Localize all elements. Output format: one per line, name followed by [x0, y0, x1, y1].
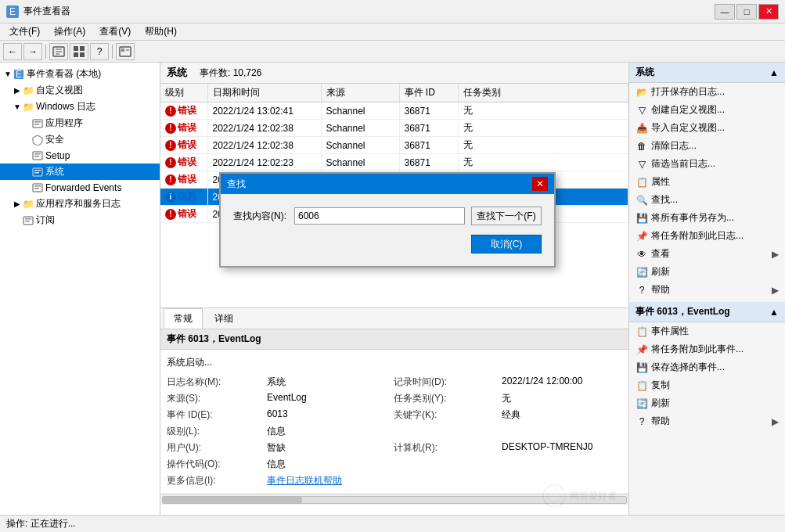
find-input[interactable] [294, 207, 465, 225]
find-label: 查找内容(N): [233, 210, 288, 223]
dialog-title-bar: 查找 ✕ [221, 174, 554, 194]
dialog-body: 查找内容(N): 查找下一个(F) 取消(C) [221, 194, 554, 266]
dialog-close-button[interactable]: ✕ [532, 177, 548, 191]
find-row: 查找内容(N): 查找下一个(F) [233, 207, 542, 225]
dialog-title: 查找 [227, 178, 246, 191]
find-dialog: 查找 ✕ 查找内容(N): 查找下一个(F) 取消(C) [219, 172, 556, 268]
dialog-overlay: 查找 ✕ 查找内容(N): 查找下一个(F) 取消(C) [0, 0, 785, 532]
find-next-button[interactable]: 查找下一个(F) [471, 207, 542, 225]
dialog-btn-row: 取消(C) [233, 235, 542, 253]
cancel-button[interactable]: 取消(C) [471, 235, 542, 253]
